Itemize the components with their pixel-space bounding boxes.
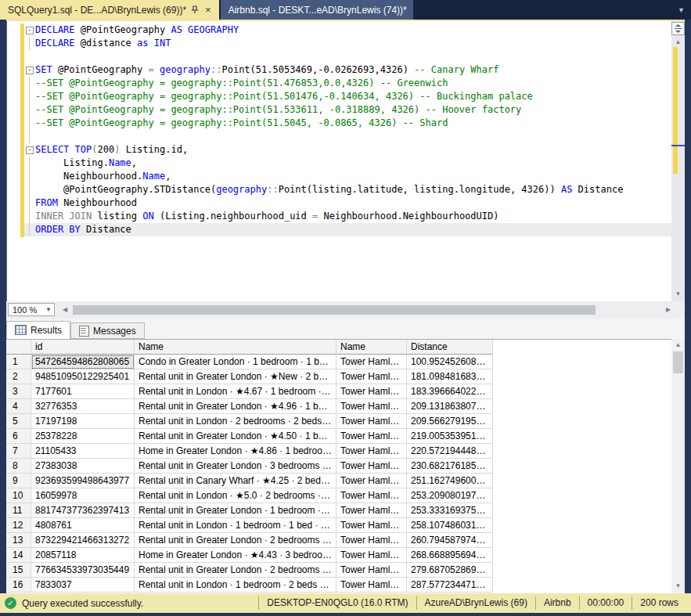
grid-cell[interactable]: 948510950122925401 [31,369,135,384]
grid-cell[interactable]: Condo in Greater London · 1 bedroom · 1 … [135,355,337,369]
row-number-cell[interactable]: 5 [6,414,31,429]
code-line[interactable]: Listing.Name, [24,157,672,170]
grid-cell[interactable]: 181.098481683128 [407,369,493,384]
code-line[interactable]: --SET @PointGeography = geography::Point… [24,77,672,90]
grid-cell[interactable]: Rental unit in London · 1 bedroom · 1 be… [135,518,337,533]
grid-cell[interactable]: 547264594862808065 [31,355,135,369]
status-user[interactable]: AzureAD\BrynLewis (69) [416,596,535,610]
editor-vertical-scrollbar[interactable]: ▲ ▼ [671,21,685,301]
column-header-id[interactable]: id [31,340,135,355]
grid-cell[interactable]: 873229421466313272 [31,533,135,548]
row-number-cell[interactable]: 10 [6,488,31,503]
sql-editor[interactable]: -DECLARE @PointGeography AS GEOGRAPHYDEC… [6,21,672,301]
scroll-right-icon[interactable]: ▶ [663,304,674,315]
grid-cell[interactable]: 7177601 [31,384,135,399]
results-vertical-scrollbar[interactable]: ▲ ▼ [671,339,685,593]
grid-cell[interactable]: Rental unit in London · ★4.67 · 1 bedroo… [135,384,337,399]
grid-cell[interactable]: Tower Hamlets [337,384,407,399]
grid-cell[interactable]: 253.209080197105 [407,488,493,503]
grid-cell[interactable]: 258.107486031502 [407,518,493,533]
fold-collapse-icon[interactable]: - [24,23,35,37]
grid-cell[interactable]: 209.131863807971 [407,399,493,414]
grid-cell[interactable]: 219.005353951739 [407,429,493,444]
grid-cell[interactable]: Tower Hamlets [337,548,407,563]
grid-cell[interactable]: 16059978 [31,488,135,503]
grid-cell[interactable]: 209.566279195835 [407,414,493,429]
row-number-cell[interactable]: 3 [6,384,31,399]
close-icon[interactable]: × [203,5,213,15]
grid-cell[interactable]: 4808761 [31,518,135,533]
tab-results[interactable]: Results [6,321,70,339]
row-number-cell[interactable]: 14 [6,548,31,563]
grid-cell[interactable]: Tower Hamlets [337,488,407,503]
scroll-up-icon[interactable]: ▲ [671,340,685,351]
grid-cell[interactable]: Home in Greater London · ★4.86 · 1 bedro… [135,444,337,459]
row-number-cell[interactable]: 6 [6,429,31,444]
grid-cell[interactable]: Tower Hamlets [337,429,407,444]
column-header-distance[interactable]: Distance [407,340,493,355]
status-database[interactable]: Airbnb [535,596,579,610]
grid-cell[interactable]: Home in Greater London · ★4.43 · 3 bedro… [135,548,337,563]
grid-corner-cell[interactable] [6,340,31,355]
grid-cell[interactable]: Rental unit in London · ★5.0 · 2 bedroom… [135,488,337,503]
grid-cell[interactable]: 251.162749600477 [407,474,493,488]
row-number-cell[interactable]: 16 [6,578,31,593]
grid-cell[interactable]: Rental unit in Greater London · 2 bedroo… [135,533,337,548]
splitter-icon[interactable] [671,22,685,35]
row-number-cell[interactable]: 8 [6,459,31,474]
grid-cell[interactable]: 27383038 [31,459,135,474]
code-line[interactable]: INNER JOIN listing ON (Listing.neighbour… [24,210,672,223]
tab-sqlquery1[interactable]: SQLQuery1.sql - DE...AD\BrynLewis (69))*… [0,0,219,20]
row-number-cell[interactable]: 2 [6,369,31,384]
row-number-cell[interactable]: 13 [6,533,31,548]
grid-cell[interactable]: 260.794587974476 [407,533,493,548]
code-line[interactable]: -SET @PointGeography = geography::Point(… [24,63,672,77]
row-number-cell[interactable]: 1 [6,355,31,369]
tab-airbnb[interactable]: Airbnb.sql - DESKT...eAD\BrynLewis (74))… [221,0,413,20]
code-line[interactable]: @PointGeography.STDistance(geography::Po… [24,183,672,196]
code-line[interactable]: ORDER BY Distance [24,223,672,236]
grid-cell[interactable]: Rental unit in Greater London · 3 bedroo… [135,459,337,474]
code-line[interactable]: FROM Neighbourhood [24,196,672,210]
grid-cell[interactable]: 25378228 [31,429,135,444]
grid-cell[interactable]: 183.396664022855 [407,384,493,399]
grid-cell[interactable]: Tower Hamlets [337,355,407,369]
fold-collapse-icon[interactable]: - [24,63,35,77]
tab-messages[interactable]: Messages [70,322,145,339]
grid-cell[interactable]: Rental unit in Greater London · 2 bedroo… [135,563,337,578]
grid-cell[interactable]: Rental unit in Greater London · ★4.96 · … [135,399,337,414]
grid-cell[interactable]: 287.577234471788 [407,578,493,593]
results-scrollbar-thumb[interactable] [673,351,683,373]
fold-collapse-icon[interactable]: - [24,143,35,157]
grid-cell[interactable]: Tower Hamlets [337,533,407,548]
scroll-down-icon[interactable]: ▼ [671,581,685,592]
grid-cell[interactable]: Rental unit in London · 1 bedroom · 2 be… [135,578,337,593]
code-line[interactable]: DECLARE @distance as INT [24,37,672,50]
row-number-cell[interactable]: 4 [6,399,31,414]
grid-cell[interactable]: 20857118 [31,548,135,563]
grid-cell[interactable]: 776634533973035449 [31,563,135,578]
grid-cell[interactable]: 923693599498643977 [31,474,135,488]
grid-cell[interactable]: Rental unit in Greater London · 1 bedroo… [135,503,337,518]
grid-cell[interactable]: Tower Hamlets [337,459,407,474]
zoom-level-dropdown[interactable]: 100 % ▼ [8,303,55,316]
code-line[interactable]: --SET @PointGeography = geography::Point… [24,103,672,117]
code-line[interactable]: -DECLARE @PointGeography AS GEOGRAPHY [24,23,672,37]
grid-cell[interactable]: Tower Hamlets [337,578,407,593]
grid-cell[interactable]: 230.682176185499 [407,459,493,474]
code-line[interactable]: --SET @PointGeography = geography::Point… [24,90,672,103]
grid-cell[interactable]: 32776353 [31,399,135,414]
grid-cell[interactable]: 21105433 [31,444,135,459]
scroll-up-icon[interactable]: ▲ [671,37,685,48]
grid-cell[interactable]: Rental unit in London · 2 bedrooms · 2 b… [135,414,337,429]
row-number-cell[interactable]: 9 [6,474,31,488]
column-header-name[interactable]: Name [337,340,407,355]
code-line[interactable]: Neighbourhood.Name, [24,170,672,183]
grid-cell[interactable]: 220.572194448934 [407,444,493,459]
grid-cell[interactable]: Tower Hamlets [337,399,407,414]
row-number-cell[interactable]: 12 [6,518,31,533]
row-number-cell[interactable]: 7 [6,444,31,459]
grid-cell[interactable]: 268.668895694994 [407,548,493,563]
horizontal-scrollbar-thumb[interactable] [73,305,596,315]
grid-cell[interactable]: 253.333169375837 [407,503,493,518]
